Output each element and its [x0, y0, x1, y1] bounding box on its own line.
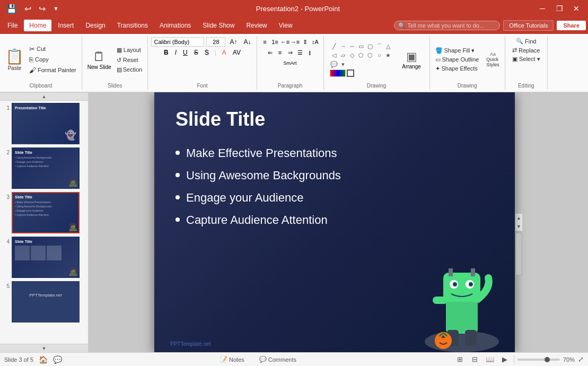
- italic-button[interactable]: I: [173, 48, 179, 57]
- restore-button[interactable]: ❐: [552, 1, 567, 16]
- paste-button[interactable]: 📋 Paste: [3, 46, 26, 73]
- vscroll-up-button[interactable]: ▲: [515, 214, 523, 222]
- shape-double-arrow[interactable]: ↔: [348, 42, 356, 50]
- redo-icon[interactable]: ↪: [37, 3, 48, 15]
- menu-view[interactable]: View: [274, 20, 298, 31]
- section-button[interactable]: ▤ Section: [115, 66, 145, 74]
- slide-thumbnail-3[interactable]: 3 Slide Title • Make Effective Presentat…: [2, 192, 86, 233]
- comments-button[interactable]: 💬 Comments: [256, 355, 300, 364]
- select-button[interactable]: ▣ Select ▾: [510, 55, 542, 63]
- shape-fill-button[interactable]: 🪣 Shape Fill ▾: [433, 47, 481, 55]
- char-spacing-button[interactable]: AV: [231, 48, 243, 57]
- menu-review[interactable]: Review: [241, 20, 272, 31]
- shape-outline-swatch[interactable]: [347, 69, 354, 77]
- notes-button[interactable]: 📝 Notes: [217, 355, 248, 364]
- share-button[interactable]: Share: [557, 21, 586, 30]
- replace-button[interactable]: ⇄ Replace: [510, 46, 542, 54]
- align-right-button[interactable]: ⇒: [285, 48, 295, 57]
- columns-button[interactable]: ⫿: [305, 48, 315, 57]
- font-family-input[interactable]: [151, 37, 204, 47]
- shape-diamond[interactable]: ◇: [348, 51, 356, 59]
- fit-to-window-button[interactable]: ⤢: [578, 355, 584, 363]
- vscroll-down-button[interactable]: ▼: [515, 222, 523, 231]
- slide-thumb-2[interactable]: Slide Title • Using Awesome Backgrounds …: [12, 147, 80, 189]
- shape-parallelogram[interactable]: ▱: [339, 51, 347, 59]
- slide-canvas[interactable]: Slide Title Make Effective Presentations…: [154, 92, 515, 352]
- slide-thumbnail-5[interactable]: 5 PPTTemplate.net: [2, 281, 86, 323]
- shape-rounded-rect[interactable]: ▢: [366, 42, 374, 50]
- reset-button[interactable]: ↺ Reset: [115, 56, 145, 65]
- shape-line[interactable]: ╱: [330, 42, 338, 50]
- menu-animations[interactable]: Animations: [154, 20, 196, 31]
- shape-oval[interactable]: ○: [375, 51, 383, 59]
- copy-button[interactable]: ⎘ Copy: [27, 55, 78, 65]
- shape-fill-swatch[interactable]: [330, 69, 346, 77]
- slide-thumb-4[interactable]: Slide Title 🧟: [12, 237, 80, 278]
- find-button[interactable]: 🔍 Find: [514, 37, 538, 45]
- increase-font-button[interactable]: A↑: [227, 38, 239, 46]
- shape-callout[interactable]: 💬: [330, 60, 338, 68]
- shape-more[interactable]: ▾: [339, 60, 347, 68]
- increase-indent-button[interactable]: →≡: [291, 37, 300, 47]
- direction-button[interactable]: ↕A: [311, 37, 320, 47]
- save-icon[interactable]: 💾: [4, 3, 19, 15]
- menu-file[interactable]: File: [2, 20, 23, 31]
- align-left-button[interactable]: ⇐: [265, 48, 275, 57]
- shape-triangle[interactable]: △: [384, 42, 392, 50]
- slide-thumb-5[interactable]: PPTTemplate.net: [12, 281, 80, 323]
- slide-sorter-button[interactable]: ⊟: [469, 355, 481, 364]
- panel-scroll-down[interactable]: ▼: [0, 344, 88, 352]
- undo-icon[interactable]: ↩: [22, 3, 33, 15]
- slide-thumb-1[interactable]: Presentation Title 👻: [12, 103, 80, 144]
- column-spacing-button[interactable]: ⇕: [301, 37, 310, 47]
- shape-hexagon[interactable]: ⬡: [366, 51, 374, 59]
- cut-button[interactable]: ✂ Cut: [27, 44, 78, 54]
- shape-pentagon[interactable]: ⬠: [357, 51, 365, 59]
- shape-arrow[interactable]: →: [339, 42, 347, 50]
- shape-star[interactable]: ★: [384, 51, 392, 59]
- underline-button[interactable]: U: [181, 48, 190, 57]
- slide-thumbnail-2[interactable]: 2 Slide Title • Using Awesome Background…: [2, 147, 86, 189]
- quick-styles-button[interactable]: Aa QuickStyles: [484, 49, 502, 69]
- zoom-slider[interactable]: [517, 359, 560, 361]
- shape-curve[interactable]: ⌒: [375, 42, 383, 50]
- slide-thumbnail-4[interactable]: 4 Slide Title 🧟: [2, 237, 86, 278]
- close-button[interactable]: ✕: [569, 1, 584, 16]
- menu-home[interactable]: Home: [24, 20, 51, 31]
- smart-art-button[interactable]: SmArt: [285, 58, 295, 68]
- reading-view-button[interactable]: 📖: [484, 355, 496, 364]
- decrease-font-button[interactable]: A↓: [242, 38, 253, 46]
- menu-slideshow[interactable]: Slide Show: [197, 20, 240, 31]
- bullets-button[interactable]: ≡: [260, 37, 270, 47]
- new-slide-button[interactable]: 🗒 New Slide: [85, 47, 113, 72]
- menu-transitions[interactable]: Transitions: [112, 20, 153, 31]
- vscroll-thumb[interactable]: [516, 233, 522, 275]
- customize-qat-icon[interactable]: ▼: [51, 4, 61, 13]
- bold-button[interactable]: B: [162, 48, 171, 57]
- shape-rtriangle[interactable]: ◁: [330, 51, 338, 59]
- layout-button[interactable]: ▦ Layout: [115, 46, 145, 55]
- menu-insert[interactable]: Insert: [52, 20, 79, 31]
- normal-view-button[interactable]: ⊞: [454, 355, 466, 364]
- panel-scroll-up[interactable]: ▲: [0, 92, 88, 101]
- decrease-indent-button[interactable]: ←≡: [280, 37, 290, 47]
- shape-outline-button[interactable]: ▭ Shape Outline: [433, 56, 481, 64]
- font-size-input[interactable]: [206, 37, 225, 47]
- slide-thumb-3[interactable]: Slide Title • Make Effective Presentatio…: [12, 192, 80, 233]
- format-painter-button[interactable]: 🖌 Format Painter: [27, 65, 78, 75]
- justify-button[interactable]: ☰: [295, 48, 305, 57]
- strikethrough-button[interactable]: S: [192, 48, 200, 57]
- numbering-button[interactable]: 1≡: [270, 37, 280, 47]
- font-color-button[interactable]: A: [220, 48, 229, 57]
- menu-design[interactable]: Design: [80, 20, 110, 31]
- slideshow-button[interactable]: ▶: [499, 355, 511, 364]
- slide-thumbnail-1[interactable]: 1 Presentation Title 👻: [2, 103, 86, 144]
- shadow-button[interactable]: S: [203, 48, 211, 57]
- align-center-button[interactable]: ≡: [275, 48, 285, 57]
- zoom-thumb[interactable]: [545, 357, 550, 362]
- search-input[interactable]: [394, 21, 500, 30]
- arrange-button[interactable]: ▣ Arrange: [400, 49, 423, 71]
- shape-effects-button[interactable]: ✦ Shape Effects: [433, 65, 481, 73]
- office-tutorials-button[interactable]: Office Tutorials: [503, 20, 554, 31]
- shape-rect[interactable]: ▭: [357, 42, 365, 50]
